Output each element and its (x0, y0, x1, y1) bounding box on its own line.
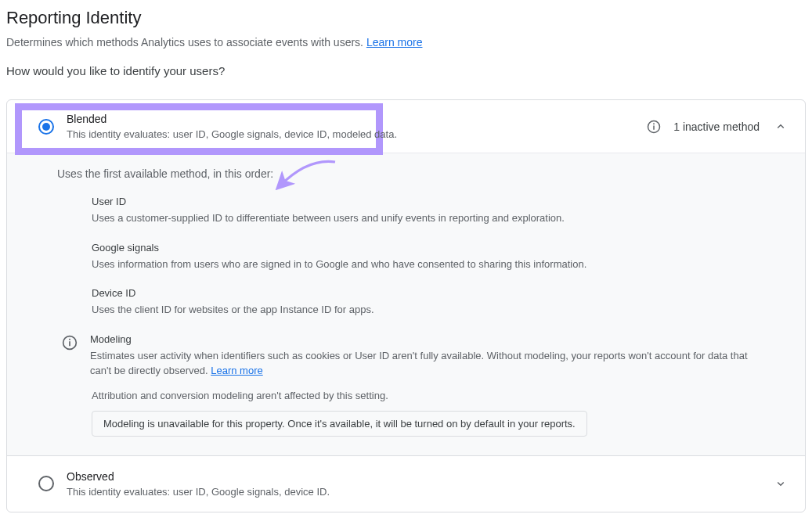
modeling-learn-more-link[interactable]: Learn more (211, 365, 262, 376)
method-modeling-title: Modeling (90, 333, 755, 345)
option-blended-body: Uses the first available method, in this… (7, 153, 805, 455)
attribution-note: Attribution and conversion modeling aren… (92, 390, 755, 401)
method-device-id-title: Device ID (92, 287, 755, 299)
method-device-id-desc: Uses the client ID for websites or the a… (92, 302, 755, 318)
body-intro-text: Uses the first available method, in this… (57, 167, 755, 180)
method-user-id-title: User ID (92, 196, 755, 207)
option-observed: Observed This identity evaluates: user I… (7, 455, 805, 512)
method-user-id: User ID Uses a customer-supplied ID to d… (92, 196, 755, 226)
chevron-up-icon[interactable] (772, 118, 789, 135)
option-observed-desc: This identity evaluates: user ID, Google… (67, 486, 760, 498)
info-icon[interactable] (62, 335, 78, 351)
method-google-signals-title: Google signals (92, 242, 755, 254)
method-user-id-desc: Uses a customer-supplied ID to different… (92, 210, 755, 226)
option-blended-title: Blended (67, 113, 634, 125)
info-icon[interactable] (647, 120, 661, 134)
svg-point-1 (653, 123, 655, 124)
option-observed-header[interactable]: Observed This identity evaluates: user I… (7, 456, 805, 512)
page-title: Reporting Identity (6, 8, 806, 28)
chevron-down-icon[interactable] (772, 475, 789, 492)
learn-more-link[interactable]: Learn more (366, 36, 423, 49)
option-observed-title: Observed (67, 470, 760, 483)
option-blended: Blended This identity evaluates: user ID… (7, 100, 805, 455)
radio-observed[interactable] (38, 476, 54, 491)
page-subtitle: Determines which methods Analytics uses … (6, 36, 806, 49)
method-device-id: Device ID Uses the client ID for website… (92, 287, 755, 318)
method-modeling-desc: Estimates user activity when identifiers… (90, 348, 755, 379)
identity-options-card: Blended This identity evaluates: user ID… (6, 99, 806, 512)
subtitle-text: Determines which methods Analytics uses … (6, 36, 366, 49)
identify-question: How would you like to identify your user… (6, 64, 806, 77)
method-google-signals-desc: Uses information from users who are sign… (92, 257, 755, 272)
method-google-signals: Google signals Uses information from use… (92, 242, 755, 272)
option-blended-desc: This identity evaluates: user ID, Google… (67, 128, 634, 140)
method-modeling-desc-text: Estimates user activity when identifiers… (90, 350, 748, 377)
radio-blended[interactable] (38, 119, 54, 135)
svg-point-3 (69, 338, 70, 340)
method-modeling: Modeling Estimates user activity when id… (57, 333, 755, 379)
modeling-unavailable-banner: Modeling is unavailable for this propert… (92, 411, 587, 437)
inactive-method-count: 1 inactive method (673, 120, 760, 133)
option-blended-header[interactable]: Blended This identity evaluates: user ID… (7, 100, 805, 153)
